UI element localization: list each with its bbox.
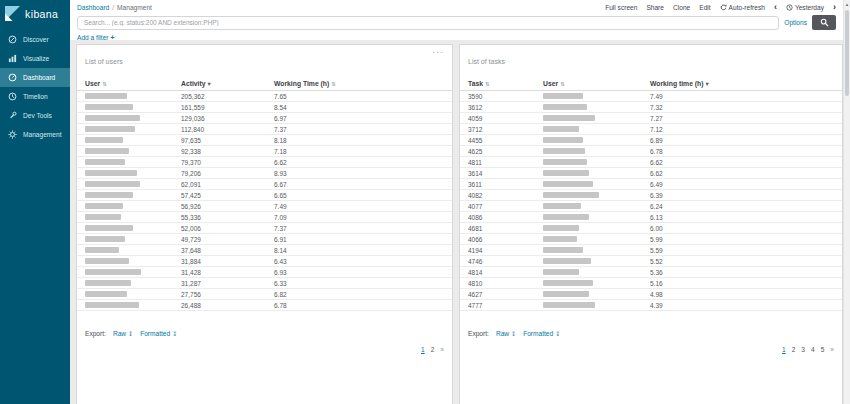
table-row: 41945.59 [460,245,842,256]
redaction-bar [85,192,133,198]
page-2-button[interactable]: 2 [792,346,796,353]
redaction-bar [543,280,593,286]
page-2-button[interactable]: 2 [431,346,435,353]
page-4-button[interactable]: 4 [811,346,815,353]
task-id: 4746 [468,258,543,265]
clone-button[interactable]: Clone [673,4,690,11]
scrollbar-up-arrow-icon[interactable]: ▲ [844,0,850,9]
working-time-value: 7.65 [274,93,444,100]
redaction-bar [85,181,140,187]
table-row: 79,3706.62 [77,157,452,168]
redaction-bar [543,170,589,176]
page-1-button[interactable]: 1 [421,346,425,353]
table-row: 31,2876.33 [77,278,452,289]
task-id: 4625 [468,148,543,155]
working-time-value: 6.65 [274,192,444,199]
column-header-working-time-h-[interactable]: Working time (h)▾ [650,80,834,88]
table-row: 47774.39 [460,300,842,311]
wrench-icon [8,111,17,120]
redaction-bar [543,115,595,121]
working-time-value: 6.78 [650,148,834,155]
working-time-value: 7.37 [274,225,444,232]
column-label: Working Time (h) [274,80,329,87]
working-time-value: 7.37 [274,126,444,133]
next-page-button[interactable]: » [440,346,444,353]
auto-refresh-button[interactable]: Auto-refresh [720,4,765,11]
redaction-bar [85,302,139,308]
page-5-button[interactable]: 5 [821,346,825,353]
table-row: 40826.39 [460,190,842,201]
export-link-label: Raw [496,330,509,337]
table-row: 37,6488.14 [77,245,452,256]
activity-value: 92,338 [181,148,274,155]
redacted-user-name [85,137,181,144]
panel-menu-icon[interactable]: ··· [432,47,444,57]
export-link-label: Raw [113,330,126,337]
table-row: 27,7566.82 [77,289,452,300]
kibana-logo[interactable]: kibana [0,0,70,30]
table-row: 46256.78 [460,146,842,157]
table-row: 31,8846.43 [77,256,452,267]
sidebar-item-management[interactable]: Management [0,125,70,144]
sidebar-item-dashboard[interactable]: Dashboard [0,68,70,87]
sidebar-item-timelion[interactable]: Timelion [0,87,70,106]
download-icon: ↧ [555,330,560,337]
redacted-user-name [543,181,650,188]
column-header-activity[interactable]: Activity▾ [181,80,274,88]
edit-button[interactable]: Edit [699,4,710,11]
export-raw-link[interactable]: Raw↧ [496,330,516,337]
time-next-button[interactable]: › [833,2,836,12]
page-3-button[interactable]: 3 [801,346,805,353]
download-icon: ↧ [172,330,177,337]
search-input[interactable] [77,16,779,30]
next-page-button[interactable]: » [830,346,834,353]
sidebar-item-label: Dashboard [23,74,55,81]
gauge-icon [8,73,17,82]
activity-value: 62,091 [181,181,274,188]
working-time-value: 7.12 [650,126,834,133]
activity-value: 79,370 [181,159,274,166]
working-time-value: 6.39 [650,192,834,199]
column-header-user[interactable]: User⇅ [543,80,650,87]
tasks-table-body: 35907.4936127.3240597.2737127.1244556.89… [460,91,842,311]
time-prev-button[interactable]: ‹ [774,2,777,12]
table-row: 48145.36 [460,267,842,278]
time-picker-button[interactable]: Yesterday [786,4,824,11]
sidebar-item-dev-tools[interactable]: Dev Tools [0,106,70,125]
table-row: 49,7296.91 [77,234,452,245]
redacted-user-name [85,93,181,100]
redaction-bar [543,258,591,264]
search-icon [820,18,829,27]
redacted-user-name [543,203,650,210]
page-scrollbar[interactable]: ▲ [843,0,850,404]
task-id: 3590 [468,93,543,100]
redaction-bar [543,214,589,220]
sidebar-item-label: Discover [23,36,49,43]
sidebar-item-discover[interactable]: Discover [0,30,70,49]
column-header-task[interactable]: Task⇅ [468,80,543,87]
full-screen-button[interactable]: Full screen [605,4,637,11]
table-row: 44556.89 [460,135,842,146]
redacted-user-name [543,115,650,122]
share-button[interactable]: Share [646,4,664,11]
redacted-user-name [543,269,650,276]
sidebar-item-visualize[interactable]: Visualize [0,49,70,68]
column-header-working-time-h-[interactable]: Working Time (h)⇅ [274,80,444,87]
scrollbar-thumb[interactable] [845,10,849,96]
options-link[interactable]: Options [784,19,807,26]
working-time-value: 4.39 [650,302,834,309]
export-raw-link[interactable]: Raw↧ [113,330,133,337]
redacted-user-name [543,214,650,221]
redacted-user-name [85,104,181,111]
redacted-user-name [543,159,650,166]
table-row: 112,8407.37 [77,124,452,135]
redaction-bar [543,104,587,110]
page-1-button[interactable]: 1 [782,346,786,353]
breadcrumb-root-link[interactable]: Dashboard [77,4,109,11]
column-label: Working time (h) [650,80,704,87]
export-formatted-link[interactable]: Formatted↧ [140,330,177,337]
working-time-value: 6.62 [650,159,834,166]
column-header-user[interactable]: User⇅ [85,80,181,87]
export-formatted-link[interactable]: Formatted↧ [523,330,560,337]
search-button[interactable] [812,15,836,30]
